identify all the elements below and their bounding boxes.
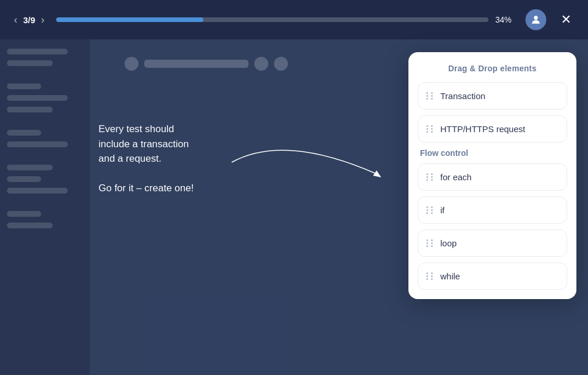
sidebar-ghost-item	[7, 176, 41, 182]
sidebar-ghost-item	[7, 95, 68, 101]
next-button[interactable]: ›	[39, 13, 47, 27]
http-request-item[interactable]: HTTP/HTTPS request	[418, 115, 567, 143]
prev-button[interactable]: ‹	[12, 13, 20, 27]
sidebar-ghost-item	[7, 83, 41, 89]
sidebar-ghost-item	[7, 130, 41, 136]
progress-label: 34%	[495, 15, 516, 24]
step-counter: 3/9	[23, 15, 35, 25]
drag-drop-panel: Drag & Drop elements Transaction HTTP/HT…	[408, 52, 576, 299]
svg-point-0	[534, 16, 538, 20]
ghost-icon-2	[254, 57, 268, 71]
while-label: while	[440, 271, 460, 281]
foreach-item[interactable]: for each	[418, 163, 567, 191]
sidebar-ghost-item	[7, 223, 53, 228]
main-header-ghost	[125, 57, 288, 71]
user-avatar[interactable]	[525, 9, 546, 30]
ghost-icon-3	[274, 57, 288, 71]
transaction-label: Transaction	[440, 91, 485, 101]
while-item[interactable]: while	[418, 263, 567, 290]
ghost-icon	[125, 57, 138, 71]
if-item[interactable]: if	[418, 196, 567, 224]
drag-handle-icon	[426, 125, 434, 133]
drag-handle-icon	[426, 239, 434, 247]
progress-bar-fill	[56, 17, 203, 22]
drag-handle-icon	[426, 173, 434, 181]
drag-handle-icon	[426, 92, 434, 100]
top-bar: ‹ 3/9 › 34% ✕	[0, 0, 588, 39]
if-label: if	[440, 205, 445, 215]
sidebar-ghost-item	[7, 60, 53, 66]
progress-container: 34%	[56, 15, 516, 24]
sidebar-ghost-item	[7, 49, 68, 54]
progress-bar-background	[56, 17, 488, 22]
sidebar-ghost-item	[7, 211, 41, 217]
drag-handle-icon	[426, 206, 434, 214]
panel-title: Drag & Drop elements	[418, 64, 567, 73]
sidebar-background	[0, 39, 90, 375]
sidebar-ghost-item	[7, 107, 53, 112]
http-request-label: HTTP/HTTPS request	[440, 124, 525, 134]
callout-text: Every test shouldinclude a transactionan…	[98, 122, 193, 196]
sidebar-ghost-item	[7, 165, 53, 170]
nav-controls: ‹ 3/9 ›	[12, 13, 47, 27]
drag-handle-icon	[426, 272, 434, 280]
close-button[interactable]: ✕	[556, 9, 576, 30]
sidebar-ghost-item	[7, 141, 68, 147]
flow-control-label: Flow control	[420, 148, 567, 158]
loop-label: loop	[440, 238, 456, 248]
loop-item[interactable]: loop	[418, 230, 567, 257]
ghost-title	[144, 60, 249, 68]
sidebar-ghost-item	[7, 188, 68, 194]
transaction-item[interactable]: Transaction	[418, 82, 567, 110]
foreach-label: for each	[440, 172, 472, 182]
